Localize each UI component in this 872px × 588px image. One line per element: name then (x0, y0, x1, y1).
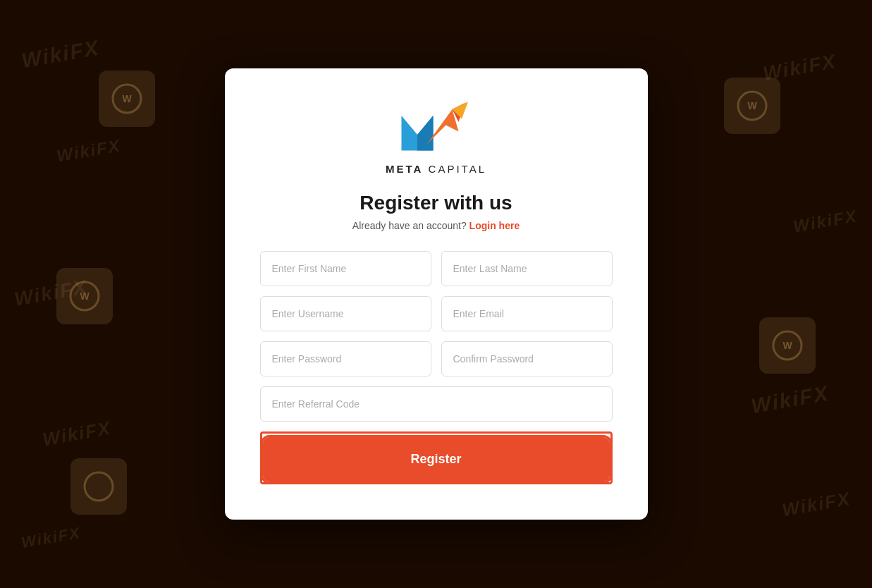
password-input[interactable] (260, 341, 431, 376)
last-name-input[interactable] (441, 251, 613, 286)
confirm-password-input[interactable] (441, 341, 613, 376)
form-row-1 (260, 251, 613, 286)
svg-text:W: W (80, 290, 90, 302)
svg-marker-13 (452, 102, 468, 118)
svg-text:W: W (782, 340, 792, 351)
register-modal: META CAPITAL Register with us Already ha… (225, 68, 648, 520)
register-button-wrapper: Register (260, 431, 613, 484)
logo-text: META CAPITAL (386, 163, 486, 175)
svg-marker-10 (417, 116, 434, 151)
username-input[interactable] (260, 296, 431, 331)
wm-logo-3 (70, 458, 127, 515)
form-row-2 (260, 296, 613, 331)
first-name-input[interactable] (260, 251, 431, 286)
referral-code-input[interactable] (260, 386, 613, 422)
meta-capital-logo (394, 97, 479, 160)
form-row-4 (260, 386, 613, 422)
logo-area: META CAPITAL (386, 97, 486, 175)
svg-text:W: W (747, 100, 757, 111)
svg-point-4 (85, 472, 113, 501)
wm-logo-1: W (99, 71, 155, 127)
email-input[interactable] (441, 296, 613, 331)
wm-logo-5: W (759, 317, 816, 374)
login-link[interactable]: Login here (469, 220, 520, 231)
form-row-3 (260, 341, 613, 376)
wm-logo-4: W (724, 78, 780, 134)
svg-text:W: W (122, 93, 132, 104)
login-prompt: Already have an account? Login here (352, 220, 520, 231)
register-title: Register with us (360, 192, 512, 214)
wm-logo-2: W (56, 268, 113, 324)
register-button[interactable]: Register (265, 439, 608, 479)
